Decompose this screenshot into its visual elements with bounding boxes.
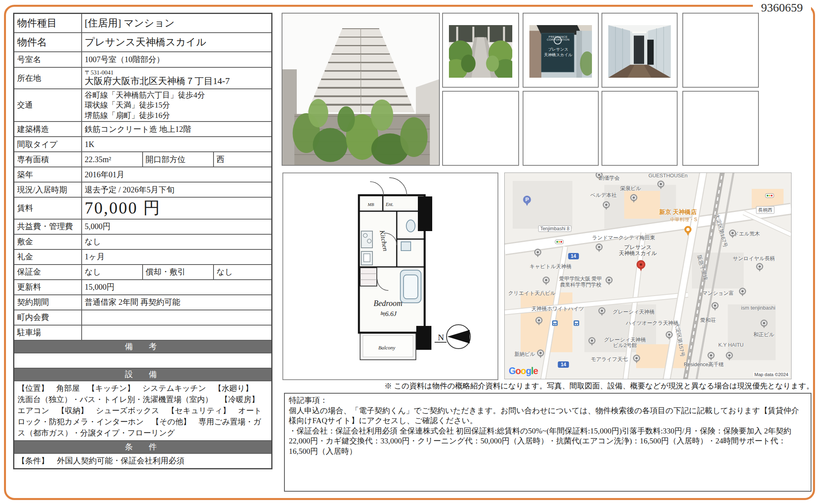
row-value: [82, 310, 272, 325]
photo-hallway: [602, 13, 678, 88]
map-pin-icon: [711, 302, 719, 309]
traffic-light-icon: [765, 193, 774, 198]
photo-building-image: [282, 14, 439, 165]
special-notes-paragraph: 個人申込の場合、「電子契約くん」でご契約いただきます。お問い合わせについては、物…: [289, 406, 807, 426]
map-pin-icon: [707, 352, 715, 359]
map-pin-icon: [598, 307, 605, 314]
row-value: 1K: [82, 137, 272, 152]
map-pin-icon: [726, 352, 733, 359]
map-label: 新京 天神橋店: [659, 209, 697, 216]
section-band: 備 考: [14, 340, 272, 353]
map-pin-icon: [596, 243, 603, 251]
map-label: 愛甲学院大阪 愛甲農業科学専門学校: [559, 276, 602, 288]
google-logo-letter: G: [509, 366, 515, 376]
floorplan-label-balcony: Balcony: [378, 345, 396, 351]
row-value: なし: [214, 265, 272, 280]
map-pin-icon: [588, 337, 596, 344]
row-label: 契約期間: [14, 295, 82, 310]
map-pin-icon: [739, 288, 746, 295]
map-roads-layer: [505, 173, 791, 379]
property-spec-table: 物件種目[住居用] マンション物件名プレサンス天神橋スカイル号室名1007号室（…: [13, 13, 272, 469]
row-value: 1ヶ月: [82, 249, 272, 265]
row-value: [住居用] マンション: [82, 14, 272, 33]
row-value: 70,000 円: [82, 197, 272, 219]
floorplan-north-label: N: [438, 332, 444, 342]
floorplan-drawing: MB Ent. Kitchen Bedroom ≒6.6J Balcony N: [283, 173, 498, 379]
restaurant-pin-icon: [684, 226, 692, 233]
floorplan-label-mb: MB: [367, 202, 374, 207]
map-pin-icon: [534, 249, 541, 256]
map-label: ism tenjinbashi: [741, 305, 775, 311]
station-icon: [574, 320, 579, 326]
photo-sign-image: PRESSANCE CORPORATIONプレサンス天神橋スカイル: [529, 25, 592, 78]
google-logo: Google: [509, 366, 538, 377]
photo-building: [282, 13, 440, 166]
row-label: 物件名: [14, 33, 82, 52]
row-value: [82, 325, 272, 340]
map-pin-icon: [756, 263, 763, 270]
route-shield: 14: [568, 253, 579, 259]
map-label: サンロイヤル長柄: [733, 255, 775, 261]
property-spec-table-body: 物件種目[住居用] マンション物件名プレサンス天神橋スカイル号室名1007号室（…: [14, 14, 272, 469]
row-value: 1007号室（10階部分）: [82, 52, 272, 67]
route-shield: 14: [558, 361, 569, 368]
map-pin-icon: [666, 331, 673, 338]
map-label: マンション富: [702, 290, 734, 296]
photo-garden-image: [449, 25, 512, 78]
map-pin-icon: [630, 194, 637, 201]
map-label: ベルデ本社: [590, 192, 617, 198]
row-value: なし: [82, 234, 272, 249]
document-number: 9360659: [753, 1, 811, 14]
property-location-pin-icon: [637, 260, 645, 269]
special-notes-paragraph: ・保証会社：保証会社利用必須 全保連株式会社 初回保証料:総賃料の50%~(年間…: [289, 426, 807, 457]
row-value: プレサンス天神橋スカイル: [82, 33, 272, 52]
row-value: 退去予定 / 2026年5月下旬: [82, 182, 272, 197]
parking-pin-icon: P: [523, 196, 531, 204]
sign-photo-text: PRESSANCE CORPORATIONプレサンス天神橋スカイル: [543, 35, 573, 58]
row-label: 専有面積: [14, 152, 82, 167]
map-label: 栄泉ビル: [620, 185, 641, 191]
traffic-light-icon: [555, 240, 564, 244]
row-label: 賃料: [14, 197, 82, 219]
row-value: 5,000円: [82, 219, 272, 234]
google-logo-letter: g: [526, 366, 531, 376]
special-notes-paragraphs: 個人申込の場合、「電子契約くん」でご契約いただきます。お問い合わせについては、物…: [289, 406, 807, 457]
floorplan-label-bedroom: Bedroom: [374, 299, 403, 308]
map-road-sign: Tenjimbashi 8: [538, 226, 571, 232]
map-label: モアライフ天七: [591, 357, 628, 363]
row-label: 間取タイプ: [14, 137, 82, 152]
row-label: 物件種目: [14, 14, 82, 33]
map-label: プレサンス天神橋スカイル: [619, 244, 657, 256]
photo-empty-slot: [602, 91, 678, 166]
map-pin-icon: [603, 201, 610, 208]
row-value: 開口部方位: [143, 152, 214, 167]
photo-empty-slot: [682, 91, 759, 166]
map-pin-icon: [760, 320, 768, 327]
photo-garden: [442, 13, 519, 88]
map-label: ランドマークシティ梅田東: [592, 235, 655, 241]
map-pin-icon: [543, 277, 550, 284]
row-value: 2016年01月: [82, 167, 272, 182]
map-pin-icon: [605, 277, 613, 284]
row-value: 15,000円: [82, 280, 272, 295]
row-label: 現況/入居時期: [14, 182, 82, 197]
disclaimer-note: ※ この資料は物件の概略紹介資料になります。写真、間取図面、設備、概要などが現況…: [284, 381, 814, 391]
photo-hallway-image: [608, 25, 671, 78]
row-value: 西: [214, 152, 272, 167]
joken-text: 【条件】 外国人契約可能・保証会社利用必須: [14, 453, 272, 469]
map-pin-icon: [633, 355, 640, 362]
row-label: 共益費・管理費: [14, 219, 82, 234]
row-label: 築年: [14, 167, 82, 182]
map-road-sign: 長柄西: [756, 206, 774, 214]
map-label: ドエル荒木: [734, 231, 760, 237]
photo-empty-slot: [442, 91, 519, 166]
row-value: 普通借家 2年間 再契約可能: [82, 295, 272, 310]
row-label: 所在地: [14, 67, 82, 89]
map-label: 新納ビル: [514, 351, 535, 357]
map-label: GUESTHOUSEn: [649, 173, 688, 179]
row-label: 町内会費: [14, 310, 82, 325]
setsubi-text: 【位置】 角部屋 【キッチン】 システムキッチン 【水廻り】 洗面台（独立）・バ…: [14, 381, 272, 441]
location-map: 創価学会GUESTHOUSEn栄泉ビルベルデ本社P新京 天神橋店中華料理・S長柄…: [504, 173, 792, 379]
row-value: 償却・敷引: [143, 265, 214, 280]
row-label: 駐車場: [14, 325, 82, 340]
